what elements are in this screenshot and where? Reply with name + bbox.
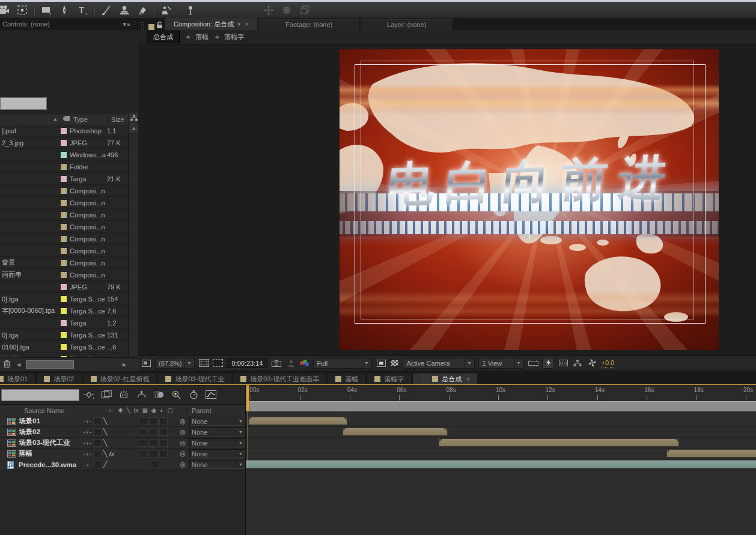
scroll-right-icon[interactable]: ▶ bbox=[123, 362, 126, 367]
layer-fx-switch[interactable]: fx bbox=[109, 450, 114, 458]
parent-dropdown[interactable]: None▼ bbox=[189, 428, 245, 437]
type-tool-icon[interactable]: T bbox=[73, 3, 91, 17]
layer-switch-box[interactable] bbox=[93, 439, 102, 447]
fx-icon[interactable]: fx bbox=[134, 407, 139, 414]
view-layout-dropdown[interactable]: 1 View▼ bbox=[478, 358, 524, 369]
draft-3d-icon[interactable] bbox=[100, 389, 112, 400]
label-color-chip[interactable] bbox=[61, 176, 67, 182]
project-row[interactable]: 字[0000-0060].tgaTarga S...ce7.6 bbox=[0, 305, 128, 317]
layer-shy-switch[interactable]: -♀- bbox=[84, 419, 91, 425]
parent-dropdown[interactable]: None▼ bbox=[189, 438, 245, 447]
panel-menu-icon[interactable]: ▼≡ bbox=[121, 21, 130, 28]
unified-camera-tool-icon[interactable] bbox=[13, 3, 31, 17]
layer-name[interactable]: 场景03-现代工业 bbox=[19, 438, 84, 447]
label-color-chip[interactable] bbox=[61, 248, 67, 254]
panel-grip[interactable] bbox=[132, 20, 136, 28]
label-color-chip[interactable] bbox=[61, 260, 67, 266]
label-color-chip[interactable] bbox=[61, 308, 67, 314]
breadcrumb-item[interactable]: 落幅 bbox=[195, 32, 209, 41]
layer-duration-bar[interactable] bbox=[343, 428, 448, 436]
region-of-interest-icon[interactable] bbox=[213, 359, 223, 367]
layer-switch-box[interactable] bbox=[139, 428, 147, 436]
layer-switch-box[interactable] bbox=[149, 417, 157, 425]
project-row[interactable]: ].psdPhotoshop1.1 bbox=[0, 125, 128, 137]
layer-name[interactable]: 场景02 bbox=[19, 428, 84, 437]
hide-shy-icon[interactable] bbox=[118, 389, 130, 400]
layer-switch-box[interactable] bbox=[159, 428, 168, 436]
layer-switch-box[interactable] bbox=[93, 450, 102, 458]
chevron-down-icon[interactable]: ▼ bbox=[236, 441, 243, 445]
layer-shy-switch[interactable]: -♀- bbox=[84, 429, 91, 435]
parent-dropdown[interactable]: None▼ bbox=[189, 460, 245, 469]
mini-flowchart-icon[interactable] bbox=[83, 389, 95, 400]
layer-switch-box[interactable] bbox=[93, 428, 102, 436]
clone-stamp-tool-icon[interactable] bbox=[115, 3, 133, 17]
magnification-dropdown[interactable]: (87.8%)▼ bbox=[155, 358, 195, 369]
exposure-value[interactable]: +0.0 bbox=[601, 359, 614, 367]
layer-quality-switch[interactable]: ╲ bbox=[103, 417, 108, 425]
breadcrumb-current[interactable]: 总合成 bbox=[147, 31, 180, 43]
label-color-chip[interactable] bbox=[61, 272, 67, 278]
project-row[interactable]: Targa21 K bbox=[0, 173, 128, 185]
target-region-icon[interactable] bbox=[376, 358, 386, 368]
snapshot-icon[interactable] bbox=[271, 358, 282, 368]
layer-quality-switch[interactable]: ╲ bbox=[103, 450, 108, 458]
project-row[interactable]: 背景Composi...n bbox=[0, 257, 128, 269]
layer-switch-box[interactable] bbox=[159, 450, 168, 458]
label-color-chip[interactable] bbox=[61, 344, 67, 350]
chevron-down-icon[interactable]: ▼ bbox=[236, 419, 243, 423]
column-header-source-name[interactable]: Source Name bbox=[0, 407, 95, 414]
label-color-chip[interactable] bbox=[61, 164, 67, 170]
layer-switch-box[interactable] bbox=[93, 461, 102, 468]
frame-blending-icon[interactable] bbox=[135, 389, 147, 400]
project-row[interactable]: 0].tgaTarga S...ce131 bbox=[0, 329, 128, 341]
always-preview-icon[interactable] bbox=[141, 358, 151, 368]
project-row[interactable]: 画面串Composi...n bbox=[0, 269, 128, 281]
parent-pickwhip-icon[interactable]: ◎ bbox=[176, 428, 189, 436]
world-axis-mode-icon[interactable] bbox=[278, 3, 296, 17]
layer-shy-switch[interactable]: -♀- bbox=[84, 462, 91, 468]
parent-dropdown[interactable]: None▼ bbox=[189, 449, 245, 458]
layer-switch-box[interactable] bbox=[139, 450, 147, 458]
project-row[interactable]: Windows...a496 bbox=[0, 149, 128, 161]
current-time-indicator[interactable] bbox=[246, 385, 249, 411]
layer-row[interactable]: 场景03-现代工业-♀-╲◎None▼ bbox=[0, 438, 245, 449]
roto-brush-tool-icon[interactable] bbox=[157, 3, 175, 17]
panel-grip[interactable] bbox=[422, 375, 426, 383]
eraser-tool-icon[interactable] bbox=[133, 3, 151, 17]
camera-tool-icon[interactable] bbox=[0, 3, 13, 17]
quality-icon[interactable]: ╲ bbox=[127, 407, 130, 414]
chevron-down-icon[interactable]: ▼ bbox=[236, 452, 243, 456]
resolution-dropdown[interactable]: Full▼ bbox=[313, 358, 372, 369]
label-color-chip[interactable] bbox=[61, 212, 67, 218]
layer-row[interactable]: 落幅-♀-╲fx◎None▼ bbox=[0, 449, 245, 459]
graph-editor-icon[interactable] bbox=[205, 389, 217, 400]
tab-footage[interactable]: Footage: (none) bbox=[258, 19, 359, 30]
layer-switch-box[interactable] bbox=[149, 450, 157, 458]
label-color-chip[interactable] bbox=[61, 200, 67, 206]
project-row[interactable]: Composi...n bbox=[0, 221, 128, 233]
tab-composition[interactable]: Composition: 总合成 ▼ × bbox=[165, 18, 257, 30]
layer-switch-box[interactable] bbox=[159, 439, 168, 447]
timeline-tab[interactable]: 场景01 bbox=[0, 373, 35, 384]
panel-grip[interactable] bbox=[141, 22, 144, 30]
project-row[interactable]: Composi...n bbox=[0, 209, 128, 221]
auto-keyframe-icon[interactable] bbox=[187, 389, 200, 400]
current-time-display[interactable]: 0:00:23:14 bbox=[227, 358, 267, 368]
composition-viewport[interactable]: 电白向前进 + bbox=[138, 44, 756, 355]
comp-label-chip[interactable] bbox=[148, 24, 154, 30]
layer-row[interactable]: 场景01-♀-╲◎None▼ bbox=[0, 416, 245, 427]
project-flowchart-icon[interactable] bbox=[129, 113, 139, 123]
project-row[interactable]: Composi...n bbox=[0, 197, 128, 209]
safe-margins-icon[interactable] bbox=[198, 358, 209, 368]
label-color-chip[interactable] bbox=[61, 188, 67, 194]
effect-controls-tab[interactable]: Controls: (none) bbox=[0, 20, 121, 28]
layer-name[interactable]: Precede...30.wma bbox=[19, 461, 84, 468]
parent-pickwhip-icon[interactable]: ◎ bbox=[176, 439, 189, 447]
project-row[interactable]: Composi...n bbox=[0, 233, 128, 245]
timeline-button-icon[interactable] bbox=[558, 358, 569, 368]
label-color-chip[interactable] bbox=[61, 140, 67, 146]
shy-icon[interactable]: -♀- bbox=[106, 407, 114, 414]
layer-duration-bar[interactable] bbox=[666, 449, 756, 458]
adjustment-icon[interactable]: ◐ bbox=[160, 407, 164, 414]
